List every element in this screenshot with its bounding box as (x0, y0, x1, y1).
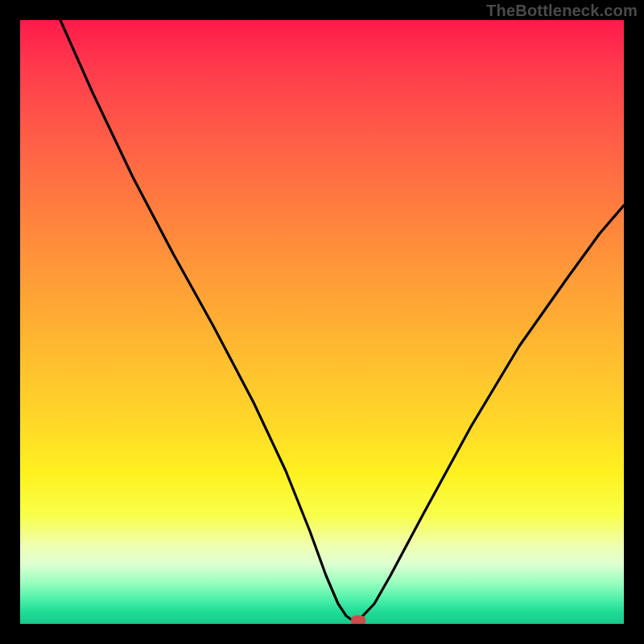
optimal-marker (351, 616, 365, 625)
bottleneck-curve (20, 20, 624, 624)
chart-frame: TheBottleneck.com (0, 0, 644, 644)
watermark-text: TheBottleneck.com (486, 2, 638, 20)
plot-area (20, 20, 624, 624)
curve-path (60, 20, 624, 621)
